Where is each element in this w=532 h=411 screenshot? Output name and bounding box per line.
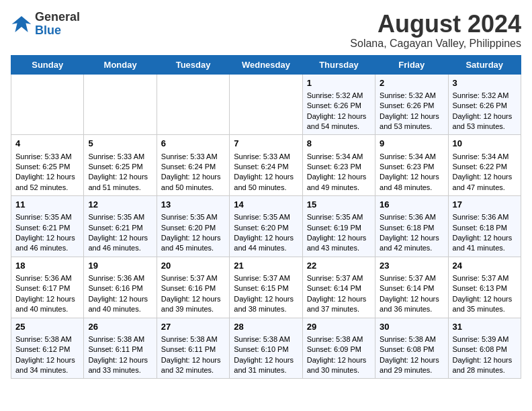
sunrise-text: Sunrise: 5:36 AM: [15, 273, 79, 283]
day-number: 20: [161, 260, 225, 272]
sunrise-text: Sunrise: 5:33 AM: [161, 152, 225, 162]
sunset-text: Sunset: 6:14 PM: [307, 283, 371, 293]
day-number: 23: [380, 260, 443, 272]
sunset-text: Sunset: 6:08 PM: [453, 345, 517, 355]
daylight-text: Daylight: 12 hours and 42 minutes.: [380, 233, 443, 254]
sunrise-text: Sunrise: 5:38 AM: [161, 334, 225, 345]
day-number: 25: [15, 321, 79, 333]
daylight-text: Daylight: 12 hours and 33 minutes.: [88, 355, 152, 376]
day-number: 30: [380, 321, 443, 333]
calendar-day-cell: 15Sunrise: 5:35 AMSunset: 6:19 PMDayligh…: [302, 196, 375, 257]
daylight-text: Daylight: 12 hours and 46 minutes.: [15, 233, 79, 254]
logo-text: General Blue: [35, 11, 80, 38]
calendar-day-cell: 8Sunrise: 5:34 AMSunset: 6:23 PMDaylight…: [302, 135, 375, 196]
sunset-text: Sunset: 6:22 PM: [453, 162, 517, 172]
sunset-text: Sunset: 6:17 PM: [15, 283, 79, 293]
sunrise-text: Sunrise: 5:38 AM: [15, 334, 79, 345]
daylight-text: Daylight: 12 hours and 41 minutes.: [453, 233, 517, 254]
day-number: 28: [234, 321, 298, 333]
calendar-day-cell: 16Sunrise: 5:36 AMSunset: 6:18 PMDayligh…: [375, 196, 448, 257]
calendar-day-cell: 11Sunrise: 5:35 AMSunset: 6:21 PMDayligh…: [11, 196, 84, 257]
calendar-day-cell: 27Sunrise: 5:38 AMSunset: 6:11 PMDayligh…: [157, 318, 229, 379]
day-number: 12: [88, 199, 152, 211]
sunset-text: Sunset: 6:24 PM: [234, 162, 298, 172]
day-number: 13: [161, 199, 225, 211]
daylight-text: Daylight: 12 hours and 35 minutes.: [453, 294, 517, 315]
sunrise-text: Sunrise: 5:32 AM: [307, 91, 371, 101]
day-number: 10: [453, 138, 517, 150]
sunset-text: Sunset: 6:19 PM: [307, 223, 371, 233]
daylight-text: Daylight: 12 hours and 38 minutes.: [234, 294, 298, 315]
daylight-text: Daylight: 12 hours and 44 minutes.: [234, 233, 298, 254]
daylight-text: Daylight: 12 hours and 52 minutes.: [15, 172, 79, 193]
day-number: 18: [15, 260, 79, 272]
sunset-text: Sunset: 6:20 PM: [234, 223, 298, 233]
day-number: 21: [234, 260, 298, 272]
sunrise-text: Sunrise: 5:35 AM: [307, 212, 371, 222]
sunrise-text: Sunrise: 5:33 AM: [234, 152, 298, 162]
calendar-day-cell: 22Sunrise: 5:37 AMSunset: 6:14 PMDayligh…: [302, 257, 375, 318]
daylight-text: Daylight: 12 hours and 30 minutes.: [307, 355, 371, 376]
day-number: 4: [15, 138, 79, 150]
day-number: 8: [307, 138, 371, 150]
sunset-text: Sunset: 6:08 PM: [380, 345, 443, 355]
day-number: 29: [307, 321, 371, 333]
daylight-text: Daylight: 12 hours and 29 minutes.: [380, 355, 443, 376]
logo-icon: [11, 13, 32, 35]
sunrise-text: Sunrise: 5:38 AM: [380, 334, 443, 345]
weekday-header: Thursday: [302, 55, 375, 74]
daylight-text: Daylight: 12 hours and 47 minutes.: [453, 172, 517, 193]
day-number: 19: [88, 260, 152, 272]
calendar-day-cell: 21Sunrise: 5:37 AMSunset: 6:15 PMDayligh…: [230, 257, 302, 318]
weekday-header: Tuesday: [157, 55, 229, 74]
calendar-day-cell: 28Sunrise: 5:38 AMSunset: 6:10 PMDayligh…: [230, 318, 302, 379]
sunrise-text: Sunrise: 5:32 AM: [380, 91, 443, 101]
sunset-text: Sunset: 6:11 PM: [88, 345, 152, 355]
calendar-day-cell: 13Sunrise: 5:35 AMSunset: 6:20 PMDayligh…: [157, 196, 229, 257]
daylight-text: Daylight: 12 hours and 37 minutes.: [307, 294, 371, 315]
sunset-text: Sunset: 6:23 PM: [380, 162, 443, 172]
day-number: 15: [307, 199, 371, 211]
calendar-week-row: 18Sunrise: 5:36 AMSunset: 6:17 PMDayligh…: [11, 257, 521, 318]
calendar-week-row: 4Sunrise: 5:33 AMSunset: 6:25 PMDaylight…: [11, 135, 521, 196]
calendar-day-cell: [84, 74, 157, 135]
calendar-header-row: SundayMondayTuesdayWednesdayThursdayFrid…: [11, 55, 521, 74]
calendar-week-row: 11Sunrise: 5:35 AMSunset: 6:21 PMDayligh…: [11, 196, 521, 257]
daylight-text: Daylight: 12 hours and 50 minutes.: [234, 172, 298, 193]
day-number: 17: [453, 199, 517, 211]
page-header: General Blue August 2024 Solana, Cagayan…: [11, 11, 521, 50]
day-number: 26: [88, 321, 152, 333]
page-subtitle: Solana, Cagayan Valley, Philippines: [350, 38, 521, 50]
sunrise-text: Sunrise: 5:36 AM: [453, 212, 517, 222]
calendar-day-cell: 25Sunrise: 5:38 AMSunset: 6:12 PMDayligh…: [11, 318, 84, 379]
sunrise-text: Sunrise: 5:34 AM: [380, 152, 443, 162]
calendar-day-cell: 14Sunrise: 5:35 AMSunset: 6:20 PMDayligh…: [230, 196, 302, 257]
calendar-day-cell: 19Sunrise: 5:36 AMSunset: 6:16 PMDayligh…: [84, 257, 157, 318]
sunrise-text: Sunrise: 5:39 AM: [453, 334, 517, 345]
day-number: 9: [380, 138, 443, 150]
daylight-text: Daylight: 12 hours and 28 minutes.: [453, 355, 517, 376]
calendar-day-cell: 24Sunrise: 5:37 AMSunset: 6:13 PMDayligh…: [448, 257, 521, 318]
calendar-day-cell: 5Sunrise: 5:33 AMSunset: 6:25 PMDaylight…: [84, 135, 157, 196]
calendar-day-cell: 29Sunrise: 5:38 AMSunset: 6:09 PMDayligh…: [302, 318, 375, 379]
title-block: August 2024 Solana, Cagayan Valley, Phil…: [350, 11, 521, 50]
calendar-day-cell: 20Sunrise: 5:37 AMSunset: 6:16 PMDayligh…: [157, 257, 229, 318]
calendar-day-cell: 4Sunrise: 5:33 AMSunset: 6:25 PMDaylight…: [11, 135, 84, 196]
calendar-day-cell: 7Sunrise: 5:33 AMSunset: 6:24 PMDaylight…: [230, 135, 302, 196]
sunrise-text: Sunrise: 5:38 AM: [88, 334, 152, 345]
sunrise-text: Sunrise: 5:37 AM: [307, 273, 371, 283]
sunset-text: Sunset: 6:16 PM: [88, 283, 152, 293]
calendar-day-cell: 30Sunrise: 5:38 AMSunset: 6:08 PMDayligh…: [375, 318, 448, 379]
sunset-text: Sunset: 6:21 PM: [15, 223, 79, 233]
logo-line1: General: [35, 11, 80, 24]
sunset-text: Sunset: 6:18 PM: [380, 223, 443, 233]
daylight-text: Daylight: 12 hours and 54 minutes.: [307, 111, 371, 132]
daylight-text: Daylight: 12 hours and 43 minutes.: [307, 233, 371, 254]
daylight-text: Daylight: 12 hours and 45 minutes.: [161, 233, 225, 254]
daylight-text: Daylight: 12 hours and 48 minutes.: [380, 172, 443, 193]
calendar-day-cell: [230, 74, 302, 135]
sunrise-text: Sunrise: 5:33 AM: [15, 152, 79, 162]
svg-marker-0: [12, 16, 32, 32]
sunrise-text: Sunrise: 5:38 AM: [234, 334, 298, 345]
sunset-text: Sunset: 6:24 PM: [161, 162, 225, 172]
